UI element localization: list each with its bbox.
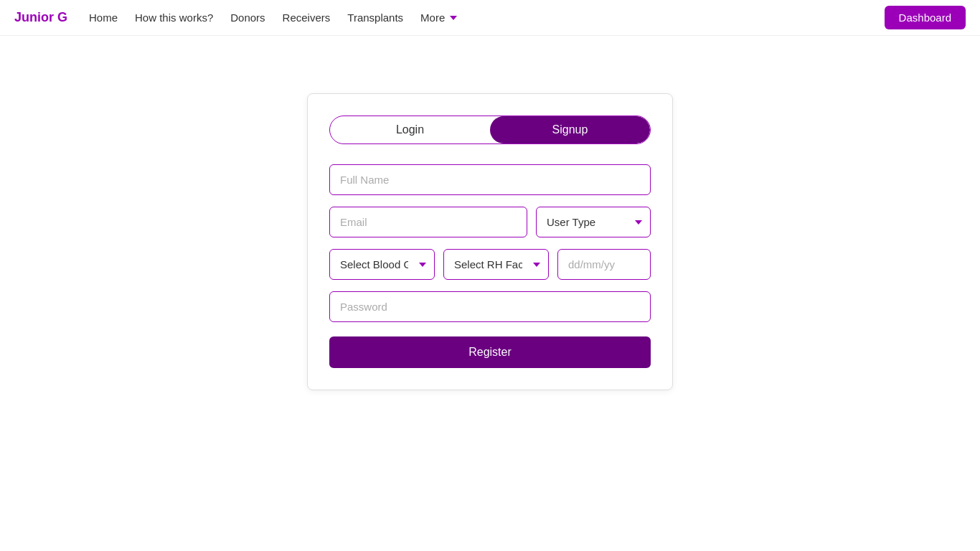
home-link[interactable]: Home	[89, 11, 118, 24]
blood-rh-date-row: Select Blood G A B AB O Select RH Fac Po…	[329, 249, 651, 280]
user-type-select[interactable]: User Type Donor Receiver	[536, 207, 651, 237]
full-name-group	[329, 164, 651, 195]
rh-factor-select[interactable]: Select RH Fac Positive Negative	[443, 249, 549, 280]
more-label: More	[420, 11, 445, 24]
how-it-works-link[interactable]: How this works?	[135, 11, 213, 24]
blood-type-select[interactable]: Select Blood G A B AB O	[329, 249, 435, 280]
main-content: Login Signup User Type Donor Receiver	[0, 36, 980, 390]
password-group	[329, 291, 651, 322]
password-input[interactable]	[329, 291, 651, 322]
auth-tabs: Login Signup	[329, 116, 651, 144]
email-usertype-row: User Type Donor Receiver	[329, 207, 651, 237]
auth-card: Login Signup User Type Donor Receiver	[307, 93, 673, 390]
transplants-link[interactable]: Transplants	[347, 11, 403, 24]
user-type-wrapper: User Type Donor Receiver	[536, 207, 651, 237]
navbar: Junior G Home How this works? Donors Rec…	[0, 0, 980, 36]
blood-type-wrapper: Select Blood G A B AB O	[329, 249, 435, 280]
nav-links: Home How this works? Donors Receivers Tr…	[89, 11, 885, 24]
donors-link[interactable]: Donors	[230, 11, 265, 24]
email-input[interactable]	[329, 207, 527, 237]
dashboard-button[interactable]: Dashboard	[885, 6, 966, 29]
date-input[interactable]	[557, 249, 651, 280]
brand-logo[interactable]: Junior G	[14, 10, 67, 25]
login-tab[interactable]: Login	[330, 116, 490, 143]
more-chevron-icon	[450, 16, 457, 20]
signup-tab[interactable]: Signup	[490, 116, 650, 143]
full-name-input[interactable]	[329, 164, 651, 195]
register-button[interactable]: Register	[329, 336, 651, 368]
rh-factor-wrapper: Select RH Fac Positive Negative	[443, 249, 549, 280]
receivers-link[interactable]: Receivers	[283, 11, 331, 24]
more-dropdown[interactable]: More	[420, 11, 457, 24]
